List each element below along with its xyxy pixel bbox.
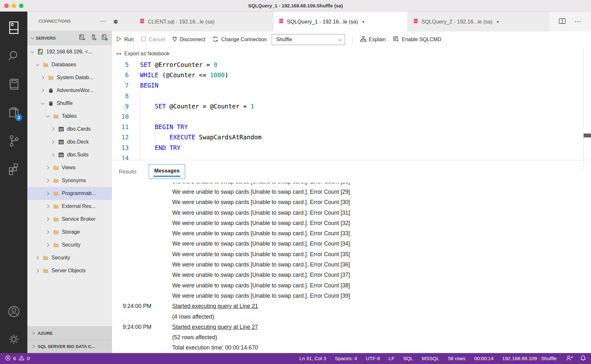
tree-item-views[interactable]: Views bbox=[27, 161, 112, 174]
connections-icon[interactable] bbox=[0, 14, 27, 42]
status-item[interactable]: SQL bbox=[403, 356, 413, 361]
chevron-down-icon[interactable] bbox=[29, 51, 34, 53]
more-editor-actions-icon[interactable]: ⋯ bbox=[575, 18, 582, 25]
tree-item-tables[interactable]: Tables bbox=[27, 110, 112, 123]
code-line-9[interactable]: 9 SET @Counter = @Counter + 1 bbox=[112, 101, 591, 111]
run-button[interactable]: Run bbox=[116, 36, 134, 43]
tree-item-security[interactable]: Security bbox=[27, 251, 112, 264]
editor-tab-sqlquery_1[interactable]: SQLQuery_1 - 192.16...le (sa)● bbox=[273, 12, 408, 32]
account-icon[interactable] bbox=[0, 298, 27, 325]
code-line-5[interactable]: 5SET @ErrorCounter = 0 bbox=[112, 60, 591, 70]
tab-messages[interactable]: Messages bbox=[149, 164, 185, 179]
problems-status[interactable]: 6 0 bbox=[5, 355, 30, 362]
tree-item-service-broker[interactable]: Service Broker bbox=[27, 213, 112, 226]
chevron-right-icon[interactable] bbox=[45, 166, 50, 169]
code-editor[interactable]: 5SET @ErrorCounter = 06WHILE (@Counter <… bbox=[112, 60, 591, 160]
notebooks-icon[interactable] bbox=[0, 70, 27, 98]
editor-scrollbar-gutter bbox=[583, 48, 584, 172]
tab-results[interactable]: Results bbox=[114, 165, 141, 178]
sidebar-section-sql-server-big-data-c[interactable]: SQL SERVER BIG DATA C... bbox=[27, 340, 112, 353]
messages-list[interactable]: We were unable to swap cards [Unable to … bbox=[112, 183, 591, 353]
tree-item-synonyms[interactable]: Synonyms bbox=[27, 174, 112, 187]
chevron-down-icon[interactable] bbox=[40, 102, 45, 105]
status-item[interactable]: Spaces: 4 bbox=[335, 356, 357, 361]
status-item[interactable]: MSSQL bbox=[422, 356, 439, 361]
tree-item-dbo-suits[interactable]: dbo.Suits bbox=[27, 148, 112, 161]
chevron-right-icon[interactable] bbox=[45, 179, 50, 182]
sidebar-section-azure[interactable]: AZURE bbox=[27, 327, 112, 340]
chevron-down-icon[interactable] bbox=[34, 63, 40, 66]
tree-item-label: Programmab... bbox=[62, 191, 96, 196]
code-line-7[interactable]: 7BEGIN bbox=[112, 80, 591, 90]
chevron-right-icon[interactable] bbox=[45, 218, 50, 220]
explain-button[interactable]: Explain bbox=[360, 36, 386, 43]
chevron-right-icon[interactable] bbox=[34, 257, 40, 259]
chevron-right-icon[interactable] bbox=[45, 192, 50, 195]
close-window-button[interactable] bbox=[4, 4, 9, 8]
tree-item-adventurewor[interactable]: AdventureWor... bbox=[27, 84, 112, 97]
chevron-down-icon[interactable] bbox=[45, 115, 50, 117]
cancel-button[interactable]: Cancel bbox=[141, 36, 165, 43]
tree-item-dbo-deck[interactable]: dbo.Deck bbox=[27, 135, 112, 148]
message-text: We were unable to swap cards [Unable to … bbox=[172, 183, 350, 185]
tree-item-server-objects[interactable]: Server Objects bbox=[27, 264, 112, 277]
enable-sqlcmd-button[interactable]: Enable SQLCMD bbox=[393, 36, 441, 43]
extensions-icon[interactable] bbox=[0, 155, 27, 183]
chevron-right-icon[interactable] bbox=[34, 269, 40, 272]
tree-item-external-res[interactable]: External Res... bbox=[27, 200, 112, 213]
split-editor-icon[interactable] bbox=[559, 18, 566, 25]
editor-tab-client-sql[interactable]: CLIENT.sql - 192.16...le (sa) bbox=[134, 12, 273, 32]
servers-section-header[interactable]: SERVERS bbox=[27, 31, 112, 45]
scrollbar-handle[interactable] bbox=[584, 134, 591, 137]
explorer-icon[interactable]: 3 bbox=[0, 98, 27, 127]
chevron-right-icon[interactable] bbox=[45, 205, 50, 208]
tree-item-databases[interactable]: Databases bbox=[27, 58, 112, 71]
tree-item-storage[interactable]: Storage bbox=[27, 226, 112, 238]
database-dropdown[interactable]: Shuffle bbox=[272, 34, 345, 45]
code-line-11[interactable]: 11 BEGIN TRY bbox=[112, 122, 591, 132]
chevron-right-icon[interactable] bbox=[45, 244, 50, 246]
disconnect-button[interactable]: Disconnect bbox=[172, 36, 205, 43]
notifications-bell-icon[interactable] bbox=[580, 355, 586, 362]
message-link[interactable]: Started executing query at Line 21 bbox=[172, 303, 258, 310]
tree-item-security[interactable]: Security bbox=[27, 238, 112, 251]
code-line-10[interactable]: 10 bbox=[112, 111, 591, 122]
feedback-icon[interactable] bbox=[566, 355, 573, 362]
chevron-right-icon[interactable] bbox=[40, 89, 45, 92]
new-connection-icon[interactable] bbox=[79, 34, 86, 42]
message-link[interactable]: Started executing query at Line 27 bbox=[172, 324, 258, 331]
tree-item-programmab[interactable]: Programmab... bbox=[27, 187, 112, 200]
chevron-right-icon[interactable] bbox=[50, 128, 55, 130]
tree-item-system-datab[interactable]: System Datab... bbox=[27, 71, 112, 84]
search-icon[interactable] bbox=[0, 42, 27, 70]
database-icon bbox=[47, 88, 54, 93]
source-control-icon[interactable] bbox=[0, 127, 27, 155]
code-line-13[interactable]: 13 END TRY bbox=[112, 143, 591, 153]
settings-icon[interactable] bbox=[0, 325, 27, 353]
status-item[interactable]: UTF-8 bbox=[366, 356, 380, 361]
code-line-12[interactable]: 12 EXECUTE SwapCardsAtRandom bbox=[112, 132, 591, 142]
status-item[interactable]: Ln 31, Col 3 bbox=[299, 356, 326, 361]
code-line-8[interactable]: 8 bbox=[112, 91, 591, 101]
more-actions-icon[interactable]: ⋯ bbox=[100, 20, 107, 23]
new-server-group-icon[interactable] bbox=[90, 34, 97, 42]
code-line-6[interactable]: 6WHILE (@Counter <= 1000) bbox=[112, 70, 591, 80]
chevron-right-icon[interactable] bbox=[50, 141, 55, 143]
minimize-window-button[interactable] bbox=[12, 4, 16, 8]
status-item[interactable]: 00:00:14 bbox=[474, 356, 493, 361]
maximize-window-button[interactable] bbox=[19, 4, 23, 8]
chevron-right-icon[interactable] bbox=[50, 154, 55, 156]
active-connections-icon[interactable] bbox=[102, 34, 108, 42]
chevron-right-icon[interactable] bbox=[40, 76, 45, 79]
chevron-right-icon[interactable] bbox=[45, 231, 50, 233]
status-item[interactable]: 192.168.68.109 : Shuffle bbox=[502, 356, 557, 361]
status-item[interactable]: 56 rows bbox=[448, 356, 465, 361]
tree-item-dbo-cards[interactable]: dbo.Cards bbox=[27, 123, 112, 135]
tree-item-shuffle[interactable]: Shuffle bbox=[27, 97, 112, 110]
code-line-14[interactable]: 14 bbox=[112, 153, 591, 160]
editor-tab-sqlquery_2[interactable]: SQLQuery_2 - 192.16...le (sa)● bbox=[408, 12, 546, 32]
tree-item-192-168-68-109[interactable]: 192.168.68.109, <... bbox=[27, 45, 112, 58]
status-item[interactable]: LF bbox=[389, 356, 394, 361]
export-notebook-button[interactable]: Export as Notebook bbox=[124, 51, 170, 57]
change-connection-button[interactable]: Change Connection bbox=[212, 36, 267, 43]
